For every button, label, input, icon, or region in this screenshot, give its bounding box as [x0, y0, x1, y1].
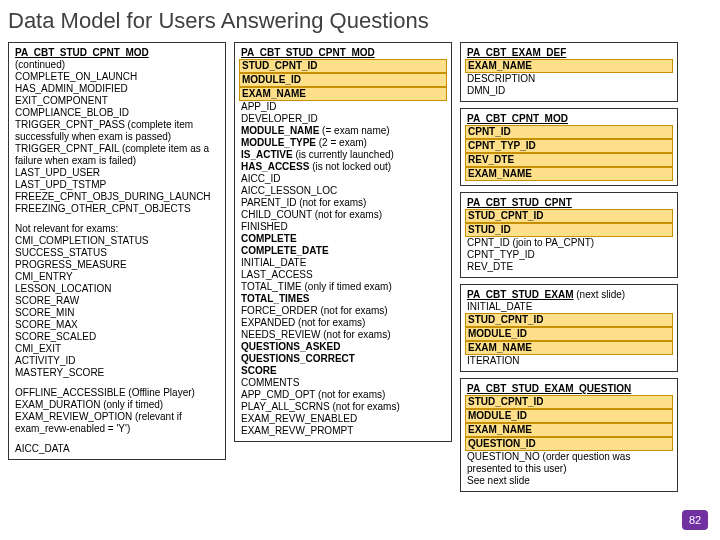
field: QUESTIONS_CORRECT [241, 353, 445, 365]
field: DESCRIPTION [467, 73, 671, 85]
field: SCORE_SCALED [15, 331, 219, 343]
fk-field: CPNT_TYP_ID [465, 139, 673, 153]
field: TRIGGER_CPNT_FAIL (complete item as a fa… [15, 143, 219, 167]
fk-field: STUD_CPNT_ID [465, 395, 673, 409]
field: CHILD_COUNT (not for exams) [241, 209, 445, 221]
table-title: PA_CBT_EXAM_DEF [467, 47, 671, 59]
field: HAS_ADMIN_MODIFIED [15, 83, 219, 95]
table-title: PA_CBT_STUD_EXAM_QUESTION [467, 383, 671, 395]
fk-field: EXAM_NAME [465, 423, 673, 437]
field: MASTERY_SCORE [15, 367, 219, 379]
table-title: PA_CBT_STUD_CPNT [467, 197, 671, 209]
field: TOTAL_TIMES [241, 293, 445, 305]
field: COMPLETE_ON_LAUNCH [15, 71, 219, 83]
field: SCORE_MIN [15, 307, 219, 319]
column-1: PA_CBT_STUD_CPNT_MOD (continued) COMPLET… [8, 42, 226, 460]
field: EXAM_REVW_PROMPT [241, 425, 445, 437]
fk-field: STUD_CPNT_ID [465, 209, 673, 223]
field: COMMENTS [241, 377, 445, 389]
field: EXIT_COMPONENT [15, 95, 219, 107]
table-title-row: PA_CBT_STUD_EXAM (next slide) [467, 289, 671, 301]
field: COMPLETE_DATE [241, 245, 445, 257]
field: INITIAL_DATE [241, 257, 445, 269]
field: AICC_ID [241, 173, 445, 185]
field: PARENT_ID (not for exams) [241, 197, 445, 209]
field: SCORE [241, 365, 445, 377]
field: QUESTION_NO (order question was presente… [467, 451, 671, 475]
column-3: PA_CBT_EXAM_DEF EXAM_NAME DESCRIPTION DM… [460, 42, 678, 492]
box-stud-cpnt-mod: PA_CBT_STUD_CPNT_MOD STUD_CPNT_ID MODULE… [234, 42, 452, 442]
fk-field: EXAM_NAME [465, 341, 673, 355]
page-title: Data Model for Users Answering Questions [8, 8, 712, 34]
field: APP_CMD_OPT (not for exams) [241, 389, 445, 401]
field: IS_ACTIVE (is currently launched) [241, 149, 445, 161]
field: FREEZING_OTHER_CPNT_OBJECTS [15, 203, 219, 215]
table-title: PA_CBT_STUD_CPNT_MOD [241, 47, 445, 59]
field: CMI_ENTRY [15, 271, 219, 283]
fk-field: CPNT_ID [465, 125, 673, 139]
fk-field: MODULE_ID [465, 327, 673, 341]
field: REV_DTE [467, 261, 671, 273]
field: DMN_ID [467, 85, 671, 97]
field: EXAM_REVW_ENABLED [241, 413, 445, 425]
box-cpnt-mod: PA_CBT_CPNT_MOD CPNT_ID CPNT_TYP_ID REV_… [460, 108, 678, 186]
table-title: PA_CBT_STUD_CPNT_MOD [15, 47, 219, 59]
field: HAS_ACCESS (is not locked out) [241, 161, 445, 173]
fk-field: EXAM_NAME [465, 59, 673, 73]
fk-field: STUD_CPNT_ID [465, 313, 673, 327]
field: FINISHED [241, 221, 445, 233]
field: LAST_ACCESS [241, 269, 445, 281]
field: TOTAL_TIME (only if timed exam) [241, 281, 445, 293]
field: LAST_UPD_TSTMP [15, 179, 219, 191]
field: PROGRESS_MEASURE [15, 259, 219, 271]
column-2: PA_CBT_STUD_CPNT_MOD STUD_CPNT_ID MODULE… [234, 42, 452, 442]
diagram-columns: PA_CBT_STUD_CPNT_MOD (continued) COMPLET… [8, 42, 712, 492]
field: NEEDS_REVIEW (not for exams) [241, 329, 445, 341]
field: SUCCESS_STATUS [15, 247, 219, 259]
field: DEVELOPER_ID [241, 113, 445, 125]
field: TRIGGER_CPNT_PASS (complete item success… [15, 119, 219, 143]
field: COMPLETE [241, 233, 445, 245]
field: OFFLINE_ACCESSIBLE (Offline Player) [15, 387, 219, 399]
field: COMPLIANCE_BLOB_ID [15, 107, 219, 119]
field: EXPANDED (not for exams) [241, 317, 445, 329]
field: CPNT_TYP_ID [467, 249, 671, 261]
field: APP_ID [241, 101, 445, 113]
field: ACTIVITY_ID [15, 355, 219, 367]
not-relevant-label: Not relevant for exams: [15, 223, 219, 235]
continued-label: (continued) [15, 59, 219, 71]
field: EXAM_DURATION (only if timed) [15, 399, 219, 411]
box-stud-cpnt-mod-continued: PA_CBT_STUD_CPNT_MOD (continued) COMPLET… [8, 42, 226, 460]
field: See next slide [467, 475, 671, 487]
fk-field: EXAM_NAME [239, 87, 447, 101]
field: LESSON_LOCATION [15, 283, 219, 295]
fk-field: EXAM_NAME [465, 167, 673, 181]
fk-field: STUD_CPNT_ID [239, 59, 447, 73]
fk-field: REV_DTE [465, 153, 673, 167]
field: FORCE_ORDER (not for exams) [241, 305, 445, 317]
field: EXAM_REVIEW_OPTION (relevant if exam_rev… [15, 411, 219, 435]
field: FREEZE_CPNT_OBJS_DURING_LAUNCH [15, 191, 219, 203]
fk-field: STUD_ID [465, 223, 673, 237]
box-stud-cpnt: PA_CBT_STUD_CPNT STUD_CPNT_ID STUD_ID CP… [460, 192, 678, 278]
box-exam-def: PA_CBT_EXAM_DEF EXAM_NAME DESCRIPTION DM… [460, 42, 678, 102]
field: CPNT_ID (join to PA_CPNT) [467, 237, 671, 249]
field: ITERATION [467, 355, 671, 367]
fk-field: MODULE_ID [465, 409, 673, 423]
field: PLAY_ALL_SCRNS (not for exams) [241, 401, 445, 413]
field: CMI_COMPLETION_STATUS [15, 235, 219, 247]
field: AICC_DATA [15, 443, 219, 455]
field: MODULE_NAME (= exam name) [241, 125, 445, 137]
box-stud-exam-question: PA_CBT_STUD_EXAM_QUESTION STUD_CPNT_ID M… [460, 378, 678, 492]
table-title: PA_CBT_CPNT_MOD [467, 113, 671, 125]
field: CMI_EXIT [15, 343, 219, 355]
field: LAST_UPD_USER [15, 167, 219, 179]
box-stud-exam: PA_CBT_STUD_EXAM (next slide) INITIAL_DA… [460, 284, 678, 372]
fk-field: MODULE_ID [239, 73, 447, 87]
field: SCORE_RAW [15, 295, 219, 307]
field: AICC_LESSON_LOC [241, 185, 445, 197]
fk-field: QUESTION_ID [465, 437, 673, 451]
field: SCORE_MAX [15, 319, 219, 331]
field: QUESTIONS_ASKED [241, 341, 445, 353]
field: MODULE_TYPE (2 = exam) [241, 137, 445, 149]
